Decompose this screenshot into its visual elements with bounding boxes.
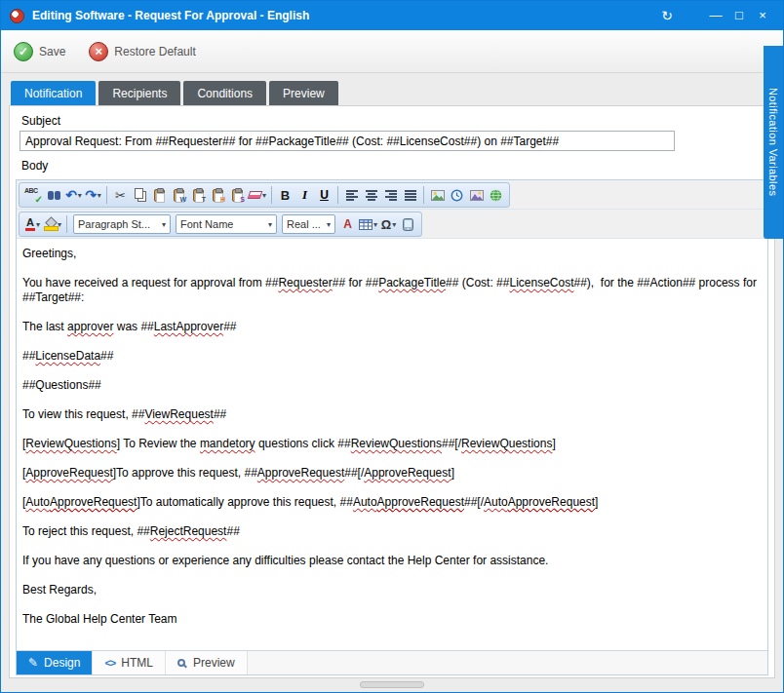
insert-picture-button[interactable] [467, 185, 486, 205]
css-class-button[interactable]: A [338, 214, 357, 234]
clear-formatting-button[interactable]: ▾ [248, 185, 267, 205]
window-title: Editing Software - Request For Approval … [32, 9, 309, 22]
paste-button[interactable] [150, 185, 169, 205]
paste-from-word-button[interactable]: W [170, 185, 188, 205]
body-paragraph: ##LicenseData## [22, 349, 762, 364]
tab-html[interactable]: <> HTML [93, 651, 166, 674]
refresh-icon[interactable]: ↻ [655, 5, 679, 26]
clipboard-text-icon: T [193, 189, 204, 202]
notification-variables-tab[interactable]: Notification Variables [764, 46, 783, 239]
body-paragraph: [AutoApproveRequest]To automatically app… [22, 495, 762, 510]
caret-down-icon: ▾ [392, 220, 396, 229]
paste-html-button[interactable]: H [209, 185, 227, 205]
caret-down-icon: ▾ [262, 191, 266, 200]
justify-button[interactable] [401, 185, 419, 205]
italic-button[interactable]: I [295, 185, 314, 205]
insert-time-button[interactable] [448, 185, 466, 205]
underline-icon: U [320, 188, 329, 202]
binoculars-icon [48, 191, 54, 200]
code-icon: <> [104, 657, 115, 669]
copy-icon [135, 188, 143, 199]
subject-input[interactable] [20, 131, 675, 151]
body-label: Body [21, 159, 770, 173]
separator [337, 186, 338, 204]
font-size-select[interactable]: Real ... ▾ [282, 214, 335, 234]
cut-button[interactable]: ✂ [111, 185, 130, 205]
underline-button[interactable]: U [315, 185, 333, 205]
image-icon [431, 190, 445, 201]
bold-icon: B [281, 188, 290, 203]
body-paragraph: [ReviewQuestions] To Review the mandetor… [22, 437, 762, 451]
scissors-icon: ✂ [115, 188, 126, 203]
window-bottom-strip [1, 678, 783, 692]
align-right-icon [384, 190, 398, 201]
bold-button[interactable]: B [276, 185, 294, 205]
tab-design[interactable]: ✎ Design [17, 651, 93, 674]
font-color-button[interactable]: A ▾ [23, 214, 42, 234]
separator [271, 186, 272, 204]
find-button[interactable] [45, 185, 63, 205]
save-label: Save [39, 45, 65, 58]
media-device-icon [403, 218, 413, 231]
redo-button[interactable]: ↷ ▾ [84, 185, 102, 205]
css-class-icon: A [343, 217, 352, 231]
body-paragraph: [ApproveRequest]To approve this request,… [22, 466, 762, 481]
subject-label: Subject [21, 114, 770, 128]
table-icon [359, 219, 372, 230]
paste-plain-text-button[interactable]: T [189, 185, 208, 205]
tab-notification[interactable]: Notification [11, 81, 96, 105]
copy-button[interactable] [131, 185, 149, 205]
editor-toolbar-row-2: A ▾ ▾ Paragraph St... ▾ Font Name ▾ [17, 210, 767, 239]
align-left-button[interactable] [342, 185, 361, 205]
justify-icon [404, 190, 417, 201]
caret-down-icon: ▾ [162, 220, 166, 229]
save-check-icon: ✓ [14, 42, 33, 61]
undo-icon: ↶ [65, 188, 77, 202]
insert-object-button[interactable] [399, 214, 417, 234]
restore-default-button[interactable]: × Restore Default [89, 42, 195, 61]
caret-down-icon: ▾ [98, 191, 101, 200]
title-bar: Editing Software - Request For Approval … [1, 1, 783, 30]
align-right-button[interactable] [381, 185, 400, 205]
restore-x-icon: × [89, 42, 108, 61]
body-paragraph: To view this request, ##ViewRequest## [22, 407, 762, 422]
font-name-select[interactable]: Font Name ▾ [176, 214, 277, 234]
tab-conditions[interactable]: Conditions [183, 81, 266, 105]
spellcheck-icon: ABC✓ [24, 187, 43, 203]
caret-down-icon: ▾ [268, 220, 272, 229]
save-button[interactable]: ✓ Save [14, 42, 65, 61]
body-editor[interactable]: Greetings,You have received a request fo… [17, 239, 767, 650]
clipboard-html-icon: H [213, 189, 223, 202]
insert-table-button[interactable]: ▾ [358, 214, 378, 234]
resize-grip[interactable] [360, 681, 424, 688]
close-icon[interactable]: × [751, 5, 774, 26]
insert-image-button[interactable] [428, 185, 447, 205]
spellcheck-button[interactable]: ABC✓ [23, 185, 44, 205]
align-center-button[interactable] [362, 185, 380, 205]
paste-special-button[interactable]: S [228, 185, 247, 205]
highlight-color-button[interactable]: ▾ [43, 214, 62, 234]
eraser-icon [248, 191, 263, 199]
editor-window: Editing Software - Request For Approval … [0, 0, 784, 693]
separator [423, 186, 424, 204]
maximize-icon[interactable]: □ [727, 5, 751, 26]
font-color-icon: A [25, 217, 35, 231]
body-paragraph: If you have any questions or experience … [22, 554, 762, 568]
insert-link-button[interactable] [487, 185, 505, 205]
app-icon [10, 9, 24, 23]
omega-icon: Ω [381, 217, 391, 232]
editor-mode-tabs: ✎ Design <> HTML Preview [17, 650, 767, 674]
body-paragraph: The last approver was ##LastApprover## [22, 320, 762, 334]
undo-button[interactable]: ↶ ▾ [64, 185, 83, 205]
tab-recipients[interactable]: Recipients [98, 81, 180, 105]
insert-symbol-button[interactable]: Ω ▾ [379, 214, 398, 234]
pencil-icon: ✎ [28, 656, 38, 670]
magnifier-icon [177, 659, 185, 667]
body-paragraph: You have received a request for approval… [22, 276, 762, 305]
restore-default-label: Restore Default [114, 45, 195, 58]
paragraph-style-select[interactable]: Paragraph St... ▾ [73, 214, 171, 234]
minimize-icon[interactable]: — [704, 5, 727, 26]
clock-icon [451, 189, 463, 202]
tab-editor-preview[interactable]: Preview [166, 651, 248, 674]
tab-preview[interactable]: Preview [269, 81, 338, 105]
